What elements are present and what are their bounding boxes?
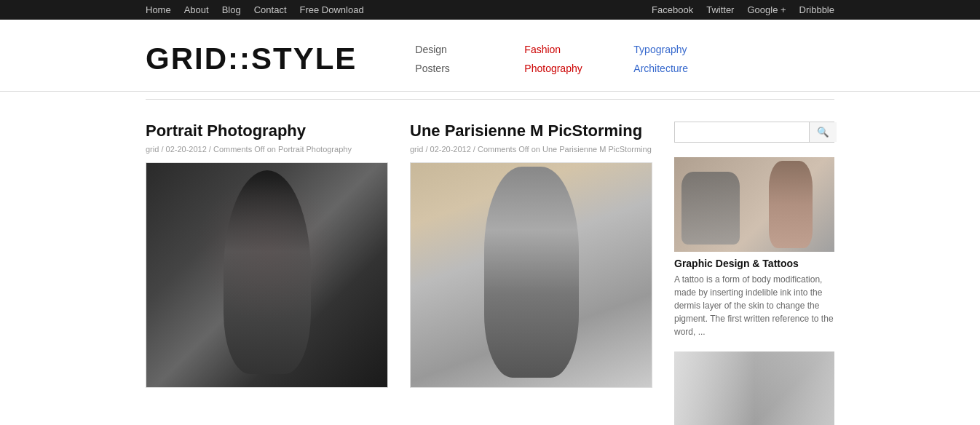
main-navigation: Design Posters Fashion Photography Typog… xyxy=(415,44,834,74)
nav-design[interactable]: Design xyxy=(415,44,524,55)
sidebar-thumb-1[interactable] xyxy=(674,157,834,252)
top-nav-right: Facebook Twitter Google + Dribbble xyxy=(652,4,834,15)
nav-blog[interactable]: Blog xyxy=(222,4,241,15)
sidebar-post-2 xyxy=(674,351,834,425)
header-divider xyxy=(146,99,834,100)
nav-google-plus[interactable]: Google + xyxy=(747,4,786,15)
post-title-2: Une Parisienne M PicStorming xyxy=(410,122,652,140)
sidebar-post-1: Graphic Design & Tattoos A tattoo is a f… xyxy=(674,157,834,338)
nav-free-download[interactable]: Free Download xyxy=(300,4,364,15)
nav-col-2: Fashion Photography xyxy=(524,44,633,74)
sidebar: 🔍 Graphic Design & Tattoos A tattoo is a… xyxy=(674,122,834,425)
search-input[interactable] xyxy=(675,122,809,142)
nav-col-1: Design Posters xyxy=(415,44,524,74)
content-area: Portrait Photography grid / 02-20-2012 /… xyxy=(0,114,980,425)
post-image-1[interactable] xyxy=(146,162,388,388)
nav-facebook[interactable]: Facebook xyxy=(652,4,693,15)
parisienne-photo xyxy=(411,163,652,387)
sidebar-post-excerpt-1: A tattoo is a form of body modification,… xyxy=(674,273,834,338)
nav-dribbble[interactable]: Dribbble xyxy=(799,4,834,15)
top-navigation: Home About Blog Contact Free Download Fa… xyxy=(0,0,980,20)
post-meta-2: grid / 02-20-2012 / Comments Off on Une … xyxy=(410,145,652,154)
nav-photography[interactable]: Photography xyxy=(524,63,633,74)
site-logo[interactable]: GRID::STYLE xyxy=(146,41,357,76)
sidebar-thumb-2[interactable] xyxy=(674,351,834,425)
nav-contact[interactable]: Contact xyxy=(254,4,287,15)
search-button[interactable]: 🔍 xyxy=(809,122,837,142)
post-parisienne: Une Parisienne M PicStorming grid / 02-2… xyxy=(410,122,652,425)
nav-about[interactable]: About xyxy=(184,4,209,15)
nav-home[interactable]: Home xyxy=(146,4,171,15)
nav-typography[interactable]: Typography xyxy=(633,44,743,55)
top-nav-left: Home About Blog Contact Free Download xyxy=(146,4,364,15)
post-title-1: Portrait Photography xyxy=(146,122,388,140)
search-box[interactable]: 🔍 xyxy=(674,122,834,143)
post-portrait-photography: Portrait Photography grid / 02-20-2012 /… xyxy=(146,122,388,425)
nav-posters[interactable]: Posters xyxy=(415,63,524,74)
portrait-photo xyxy=(146,163,387,387)
nav-col-3: Typography Architecture xyxy=(633,44,743,74)
nav-fashion[interactable]: Fashion xyxy=(524,44,633,55)
site-header: GRID::STYLE Design Posters Fashion Photo… xyxy=(0,20,980,92)
post-meta-1: grid / 02-20-2012 / Comments Off on Port… xyxy=(146,145,388,154)
posts-area: Portrait Photography grid / 02-20-2012 /… xyxy=(146,122,652,425)
sidebar-post-title-1: Graphic Design & Tattoos xyxy=(674,258,834,269)
nav-twitter[interactable]: Twitter xyxy=(706,4,734,15)
nav-architecture[interactable]: Architecture xyxy=(633,63,743,74)
post-image-2[interactable] xyxy=(410,162,652,388)
